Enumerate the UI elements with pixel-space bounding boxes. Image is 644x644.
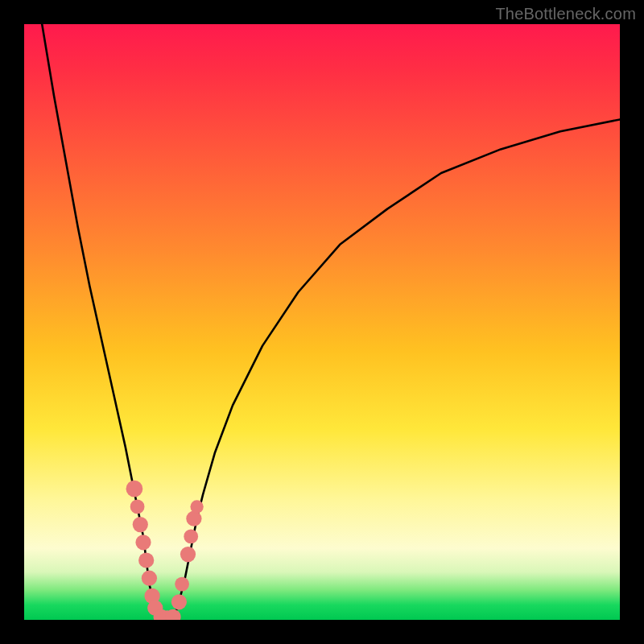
marker-dot xyxy=(190,500,203,513)
marker-dot xyxy=(133,517,148,532)
marker-dot xyxy=(184,530,198,544)
marker-dot xyxy=(175,577,189,592)
plot-area xyxy=(24,24,620,620)
marker-dot xyxy=(171,594,187,609)
curve-right-branch xyxy=(173,119,620,620)
marker-dot xyxy=(130,500,145,514)
marker-dot xyxy=(180,547,196,562)
chart-svg xyxy=(24,24,620,620)
marker-dot xyxy=(135,535,151,550)
marker-dot xyxy=(186,511,201,526)
marker-layer xyxy=(126,481,204,620)
curve-layer xyxy=(42,24,620,620)
marker-dot xyxy=(142,571,157,586)
marker-dot xyxy=(126,481,143,497)
chart-frame: TheBottleneck.com xyxy=(0,0,644,644)
marker-dot xyxy=(138,552,154,568)
watermark-text: TheBottleneck.com xyxy=(495,5,636,23)
